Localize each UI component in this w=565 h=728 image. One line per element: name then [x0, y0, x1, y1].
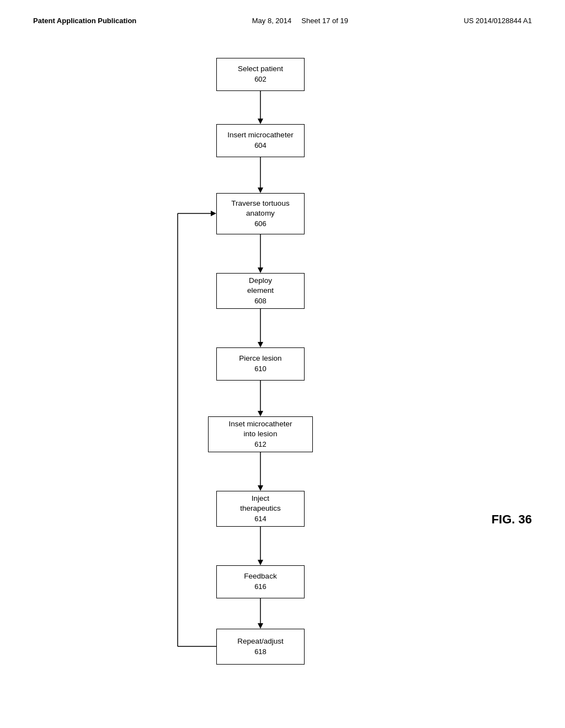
header-patent-number: US 2014/0128844 A1 — [463, 17, 532, 25]
page: Patent Application Publication May 8, 20… — [0, 0, 565, 728]
diagram-area: Select patient 602 Insert microcatheter … — [0, 30, 565, 714]
flowchart: Select patient 602 Insert microcatheter … — [145, 41, 420, 676]
svg-marker-7 — [258, 342, 263, 347]
header-date: May 8, 2014 Sheet 17 of 19 — [252, 17, 348, 25]
svg-marker-9 — [258, 411, 263, 416]
svg-marker-15 — [258, 623, 263, 629]
box-604: Insert microcatheter 604 — [216, 124, 305, 157]
svg-marker-3 — [258, 188, 263, 193]
svg-marker-11 — [258, 485, 263, 491]
svg-marker-1 — [258, 119, 263, 124]
box-606: Traverse tortuousanatomy 606 — [216, 193, 305, 234]
box-602: Select patient 602 — [216, 58, 305, 91]
box-608: Deployelement 608 — [216, 273, 305, 309]
box-616: Feedback 616 — [216, 565, 305, 598]
header-publication-label: Patent Application Publication — [33, 17, 136, 25]
svg-marker-13 — [258, 560, 263, 565]
svg-marker-5 — [258, 267, 263, 273]
svg-marker-19 — [211, 211, 216, 216]
box-610: Pierce lesion 610 — [216, 347, 305, 381]
box-618: Repeat/adjust 618 — [216, 629, 305, 665]
page-header: Patent Application Publication May 8, 20… — [0, 0, 565, 30]
box-612: Inset microcatheterinto lesion 612 — [208, 416, 313, 452]
box-614: Injecttherapeutics 614 — [216, 491, 305, 527]
figure-label: FIG. 36 — [492, 512, 532, 527]
